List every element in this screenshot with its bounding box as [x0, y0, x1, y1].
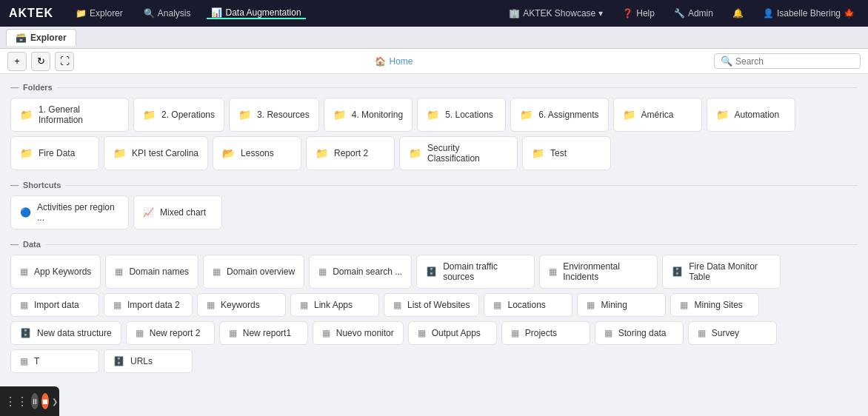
- folder-icon: 📁: [532, 147, 544, 159]
- data-projects[interactable]: ▦ Projects: [501, 321, 590, 345]
- folder-icon: 📂: [222, 147, 235, 159]
- data-new-structure[interactable]: 🗄️ New data structure: [10, 321, 121, 345]
- data-survey[interactable]: ▦ Survey: [688, 321, 777, 345]
- data-domain-search[interactable]: ▦ Domain search ...: [309, 255, 412, 289]
- shortcut-activities[interactable]: 🔵 Activities per region ...: [10, 195, 129, 229]
- data-grid: ▦ App Keywords ▦ Domain names ▦ Domain o…: [10, 255, 858, 373]
- data-fire-monitor[interactable]: 🗄️ Fire Data Monitor Table: [662, 255, 781, 289]
- shortcut-mixed-chart[interactable]: 📈 Mixed chart: [133, 195, 222, 229]
- data-import[interactable]: ▦ Import data: [10, 293, 99, 317]
- folders-grid: 📁 1. General Information 📁 2. Operations…: [10, 98, 858, 170]
- data-list-websites[interactable]: ▦ List of Websites: [384, 293, 479, 317]
- folder-report2[interactable]: 📁 Report 2: [306, 136, 395, 170]
- data-icon: ▦: [493, 300, 501, 310]
- folders-divider: [57, 87, 858, 88]
- tree-button[interactable]: ⛶: [55, 52, 74, 71]
- folder-assignments[interactable]: 📁 6. Assignments: [510, 98, 608, 132]
- data-domain-overview[interactable]: ▦ Domain overview: [203, 255, 304, 289]
- data-icon: 🗄️: [672, 266, 683, 277]
- analysis-icon: 🔍: [144, 8, 155, 19]
- data-icon: ▦: [115, 266, 123, 277]
- data-icon: ▦: [300, 300, 308, 310]
- folder-america[interactable]: 📁 América: [613, 98, 702, 132]
- data-import-2[interactable]: ▦ Import data 2: [104, 293, 193, 317]
- folder-automation[interactable]: 📁 Automation: [707, 98, 795, 132]
- logo: AKTEK: [9, 7, 53, 20]
- data-mining-sites[interactable]: ▦ Mining Sites: [670, 293, 759, 317]
- search-input[interactable]: [735, 56, 854, 67]
- folders-section: — Folders 📁 1. General Information 📁 2. …: [10, 83, 858, 170]
- folders-section-header: — Folders: [10, 83, 858, 92]
- shortcuts-section: — Shortcuts 🔵 Activities per region ... …: [10, 181, 858, 229]
- folder-icon: 📁: [427, 109, 439, 121]
- data-environmental[interactable]: ▦ Environmental Incidents: [539, 255, 658, 289]
- explorer-tab[interactable]: 🗃️ Explorer: [6, 29, 76, 46]
- navbar-right: 🏢 AKTEK Showcase ▾ ❓ Help 🔧 Admin 🔔 👤 Is…: [504, 8, 859, 19]
- stop-button[interactable]: ⏹: [41, 393, 49, 409]
- data-section: — Data ▦ App Keywords ▦ Domain names ▦ D…: [10, 240, 858, 373]
- data-nuevo-monitor[interactable]: ▦ Nuevo monitor: [313, 321, 404, 345]
- bottom-bar: ⋮⋮ ⏸ ⏹ ❯: [0, 386, 59, 416]
- data-icon: ▦: [318, 266, 327, 277]
- folder-icon: 📁: [113, 147, 126, 159]
- data-storing[interactable]: ▦ Storing data: [595, 321, 684, 345]
- nav-showcase[interactable]: 🏢 AKTEK Showcase ▾: [504, 8, 607, 19]
- explorer-icon: 📁: [76, 8, 87, 19]
- search-icon: 🔍: [721, 56, 732, 67]
- data-icon: ▦: [229, 328, 237, 338]
- data-t[interactable]: ▦ T: [10, 349, 99, 373]
- folder-test[interactable]: 📁 Test: [522, 136, 611, 170]
- data-new-report-2[interactable]: ▦ New report 2: [126, 321, 215, 345]
- nav-data-augmentation[interactable]: 📊 Data Augmentation: [207, 7, 305, 19]
- folder-security[interactable]: 📁 Security Classification: [399, 136, 518, 170]
- nav-admin[interactable]: 🔧 Admin: [670, 8, 718, 19]
- nav-notifications[interactable]: 🔔: [728, 8, 748, 19]
- folder-icon: 📁: [333, 109, 346, 121]
- breadcrumb: 🏠 Home: [375, 56, 413, 67]
- folder-lessons[interactable]: 📂 Lessons: [213, 136, 301, 170]
- dots-button[interactable]: ⋮⋮: [4, 395, 28, 409]
- nav-user[interactable]: 👤 Isabelle Bhering 🍁: [758, 8, 859, 19]
- nav-help[interactable]: ❓ Help: [618, 8, 659, 19]
- showcase-icon: 🏢: [509, 8, 520, 19]
- data-domain-names[interactable]: ▦ Domain names: [105, 255, 198, 289]
- data-urls[interactable]: 🗄️ URLs: [104, 349, 193, 373]
- data-icon: ▦: [136, 328, 144, 338]
- explorer-tab-icon: 🗃️: [16, 33, 27, 43]
- folder-locations[interactable]: 📁 5. Locations: [417, 98, 506, 132]
- data-icon: 🗄️: [426, 266, 437, 277]
- nav-explorer[interactable]: 📁 Explorer: [71, 8, 127, 19]
- data-icon: ▦: [113, 300, 121, 310]
- data-divider: [45, 244, 858, 245]
- folder-kpi-test[interactable]: 📁 KPI test Carolina: [104, 136, 208, 170]
- mixed-chart-icon: 📈: [143, 207, 154, 218]
- data-link-apps[interactable]: ▦ Link Apps: [290, 293, 379, 317]
- expand-button[interactable]: ❯: [52, 393, 58, 409]
- folder-resources[interactable]: 📁 3. Resources: [229, 98, 319, 132]
- folders-collapse-icon[interactable]: —: [10, 83, 19, 92]
- shortcuts-grid: 🔵 Activities per region ... 📈 Mixed char…: [10, 195, 858, 229]
- nav-analysis[interactable]: 🔍 Analysis: [139, 8, 196, 19]
- user-icon: 👤: [763, 8, 774, 19]
- refresh-button[interactable]: ↻: [31, 52, 50, 71]
- data-app-keywords[interactable]: ▦ App Keywords: [10, 255, 101, 289]
- data-collapse-icon[interactable]: —: [10, 240, 19, 249]
- data-icon: ▦: [213, 266, 221, 277]
- home-icon: 🏠: [375, 56, 386, 67]
- folder-operations[interactable]: 📁 2. Operations: [133, 98, 224, 132]
- add-button[interactable]: +: [7, 52, 27, 71]
- data-keywords[interactable]: ▦ Keywords: [197, 293, 286, 317]
- pause-button[interactable]: ⏸: [31, 393, 39, 409]
- data-new-report1[interactable]: ▦ New report1: [219, 321, 308, 345]
- data-domain-traffic[interactable]: 🗄️ Domain traffic sources: [416, 255, 535, 289]
- shortcuts-collapse-icon[interactable]: —: [10, 181, 19, 189]
- folder-fire-data[interactable]: 📁 Fire Data: [10, 136, 99, 170]
- folder-icon: 📁: [409, 147, 421, 159]
- data-mining[interactable]: ▦ Mining: [577, 293, 666, 317]
- data-output-apps[interactable]: ▦ Output Apps: [408, 321, 497, 345]
- folder-icon: 📁: [716, 109, 729, 121]
- data-icon: 🗄️: [113, 356, 124, 366]
- folder-monitoring[interactable]: 📁 4. Monitoring: [324, 98, 413, 132]
- folder-general-info[interactable]: 📁 1. General Information: [10, 98, 129, 132]
- data-locations[interactable]: ▦ Locations: [484, 293, 572, 317]
